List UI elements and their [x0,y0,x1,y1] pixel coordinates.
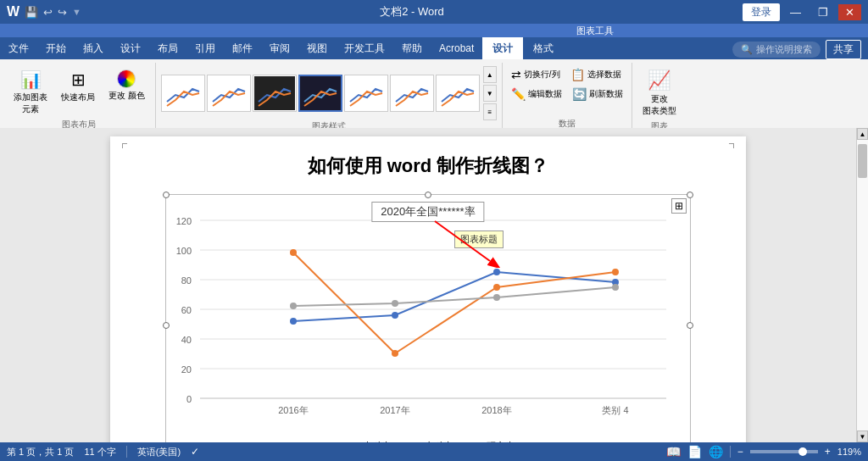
qat-redo[interactable]: ↪ [58,6,67,19]
svg-point-24 [392,350,398,357]
login-button[interactable]: 登录 [743,3,780,21]
status-left: 第 1 页，共 1 页 11 个字 英语(美国) ✓ [7,446,199,458]
svg-point-30 [612,284,619,291]
scroll-track[interactable] [857,140,868,430]
edit-data-label: 编辑数据 [528,88,562,100]
scroll-up-btn[interactable]: ▲ [857,128,868,140]
svg-text:类别 4: 类别 4 [602,405,628,415]
chart-style-1[interactable] [161,75,205,112]
tab-mailings[interactable]: 邮件 [224,37,261,59]
status-right: 📖 📄 🌐 − + 119% [666,445,861,458]
close-btn[interactable]: ✕ [838,4,861,20]
tab-help[interactable]: 帮助 [393,37,431,59]
scroll-down-btn[interactable]: ▼ [857,430,868,442]
search-icon: 🔍 [741,44,753,55]
ribbon-group-chart-styles: ▲ ▼ ≡ 图表样式 [156,63,503,131]
tab-file[interactable]: 文件 [0,37,37,59]
doc-area: 如何使用 word 制作折线图？ ⊞ 120 100 80 60 40 [0,128,856,442]
styles-scroll-up[interactable]: ▲ [483,66,497,83]
qat-undo[interactable]: ↩ [43,6,53,19]
svg-text:80: 80 [181,275,192,286]
add-element-icon: 📊 [20,69,42,90]
share-button[interactable]: 共享 [826,40,861,59]
svg-text:60: 60 [181,305,192,315]
svg-point-26 [612,269,619,275]
chart-style-3[interactable] [253,75,297,112]
chart-style-thumbs: ▲ ▼ ≡ [161,66,497,120]
svg-point-28 [392,300,398,307]
tab-insert[interactable]: 插入 [75,37,112,59]
chart-tools-bar: 图表工具 [0,24,868,37]
read-mode-icon[interactable]: 📖 [666,445,681,458]
tab-design[interactable]: 设计 [112,37,149,59]
zoom-out-btn[interactable]: − [737,446,743,458]
chart-type-icon: 📈 [648,69,670,92]
quick-layout-btn[interactable]: ⊞ 快速布局 [56,66,100,107]
style-scroll-arrows: ▲ ▼ ≡ [483,66,497,120]
edit-data-icon: ✏️ [511,87,526,101]
styles-scroll-down[interactable]: ▼ [483,85,497,102]
quick-layout-icon: ⊞ [71,69,86,90]
quick-layout-label: 快速布局 [61,92,95,103]
styles-scroll-more[interactable]: ≡ [483,103,497,120]
chart-style-5[interactable] [344,75,388,112]
chart-svg: 120 100 80 60 40 20 0 2016年 [166,212,692,432]
switch-icon: ⇄ [511,68,521,81]
chart-layout-items: 📊 添加图表 元素 ⊞ 快速布局 更改 颜色 [8,63,150,119]
tab-chart-format[interactable]: 格式 [523,37,564,59]
chart-style-4[interactable] [298,75,342,112]
chart-style-2[interactable] [207,75,251,112]
zoom-slider[interactable] [750,450,818,453]
change-type-label: 更改 图表类型 [643,93,676,117]
zoom-in-btn[interactable]: + [825,446,831,458]
tab-references[interactable]: 引用 [186,37,224,59]
edit-data-btn[interactable]: ✏️ 编辑数据 [508,86,565,103]
tab-home[interactable]: 开始 [37,37,75,59]
zoom-level: 119% [837,447,861,457]
minimize-btn[interactable]: — [783,4,808,20]
ribbon-tabs-bar: 文件 开始 插入 设计 布局 引用 邮件 审阅 视图 开发工具 帮助 Acrob… [0,37,868,59]
change-color-label: 更改 颜色 [108,90,145,102]
qat-more[interactable]: ▼ [72,7,81,17]
chart-style-7[interactable] [436,75,480,112]
svg-text:120: 120 [176,216,192,226]
margin-corner-tr [729,143,734,148]
chart-container[interactable]: ⊞ 120 100 80 60 40 20 0 [165,194,691,442]
data-row-2: ✏️ 编辑数据 🔄 刷新数据 [508,86,626,103]
switch-row-col-btn[interactable]: ⇄ 切换行/列 [508,66,564,83]
select-data-btn[interactable]: 📋 选择数据 [567,66,625,83]
tab-acrobat[interactable]: Acrobat [431,37,482,59]
handle-tl[interactable] [163,192,170,198]
print-layout-icon[interactable]: 📄 [687,445,702,458]
page-info: 第 1 页，共 1 页 [7,446,74,458]
proofing-icon[interactable]: ✓ [191,446,199,458]
chart-style-6[interactable] [390,75,434,112]
search-box[interactable]: 🔍 操作说明搜索 [732,42,821,58]
refresh-label: 刷新数据 [589,88,623,100]
web-layout-icon[interactable]: 🌐 [709,445,723,458]
change-color-btn[interactable]: 更改 颜色 [103,66,150,105]
change-chart-type-btn[interactable]: 📈 更改 图表类型 [637,66,682,120]
select-data-label: 选择数据 [587,69,621,81]
color-wheel-icon [117,69,136,88]
scroll-thumb[interactable] [858,144,867,178]
refresh-data-btn[interactable]: 🔄 刷新数据 [569,86,626,103]
add-chart-element-btn[interactable]: 📊 添加图表 元素 [8,66,53,119]
chart-tools-label: 图表工具 [576,25,614,37]
ribbon-content: 📊 添加图表 元素 ⊞ 快速布局 更改 颜色 图表布局 [0,59,868,132]
svg-text:40: 40 [181,335,192,345]
tab-developer[interactable]: 开发工具 [336,37,393,59]
svg-point-20 [392,312,398,319]
handle-tr[interactable] [687,192,693,198]
maximize-btn[interactable]: ❐ [811,4,835,20]
zoom-thumb[interactable] [798,447,807,456]
svg-text:20: 20 [181,364,192,375]
tab-view[interactable]: 视图 [298,37,336,59]
tab-chart-design[interactable]: 设计 [482,37,523,59]
tab-review[interactable]: 审阅 [261,37,298,59]
handle-tc[interactable] [425,192,431,198]
chart-title[interactable]: 2020年全国******率 [371,202,484,222]
svg-point-21 [493,269,500,275]
qat-save[interactable]: 💾 [25,6,38,19]
tab-layout[interactable]: 布局 [149,37,186,59]
